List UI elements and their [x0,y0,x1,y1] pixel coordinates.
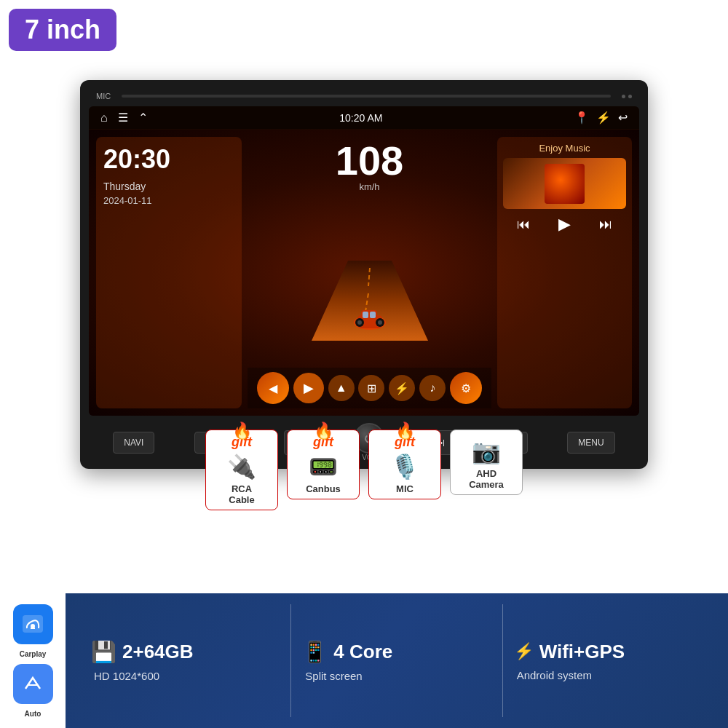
badge-text: 7 inch [25,15,100,44]
location-icon: 📍 [574,111,589,124]
spec-col-memory: 💾 2+64GB HD 1024*600 [80,604,290,717]
bluetooth-app-icon[interactable]: ⚡ [389,375,415,401]
music-art [503,158,626,209]
nav-arrow-icon[interactable]: ▲ [328,375,355,401]
speed-number: 108 [336,141,403,181]
rca-icon: 🔌 [227,453,256,480]
specs-section: Carplay Auto 💾 2+64GB HD 1024*600 📱 4 Co… [0,593,728,728]
clock-display: 20:30 [103,144,234,175]
svg-rect-7 [370,312,376,318]
chevron-up-icon[interactable]: ⌃ [138,111,148,124]
spec-wifi-top: ⚡ Wifi+GPS [514,641,703,663]
back-icon[interactable]: ↩ [618,111,628,124]
auto-label: Auto [25,710,41,718]
day-display: Thursday [103,181,234,192]
gift-camera: 📷 AHDCamera [450,430,523,495]
mic-label: MIC [96,92,111,100]
center-panel: 108 km/h [248,137,491,408]
spec-core-sub: Split screen [302,670,491,682]
rca-name: RCACable [229,483,254,505]
date-display: 2024-01-11 [103,195,234,206]
auto-icon [13,664,53,704]
music-controls: ⏮ ▶ ⏭ [503,215,626,234]
gifts-section: 🔥 gift 🔌 RCACable 🔥 gift 📟 Canbus 🔥 gift… [51,430,677,510]
device-top: MIC [89,89,639,106]
svg-rect-6 [363,312,368,318]
home-icon[interactable]: ⌂ [100,111,108,124]
gift-rca: 🔥 gift 🔌 RCACable [205,430,278,510]
status-right-icons: 📍 ⚡ ↩ [574,111,628,124]
mic-icon: 🎙️ [390,453,419,480]
music-icon[interactable]: ♪ [419,375,446,401]
menu-icon[interactable]: ☰ [118,111,128,124]
flame-icon: 🔥 [232,422,252,440]
play-icon[interactable]: ▶ [293,373,324,403]
flame-icon-2: 🔥 [314,422,333,440]
app-bar: ◀ ▶ ▲ ⊞ ⚡ ♪ ⚙ [248,368,491,408]
spec-col-wifi: ⚡ Wifi+GPS Android system [503,604,713,717]
dot [628,95,632,98]
bluetooth-spec-icon: ⚡ [514,642,534,661]
spec-core-top: 📱 4 Core [302,640,491,664]
spec-wifi-sub: Android system [514,669,703,681]
camera-icon: 📷 [472,438,501,465]
specs-grid: 💾 2+64GB HD 1024*600 📱 4 Core Split scre… [66,593,728,728]
screen[interactable]: ⌂ ☰ ⌃ 10:20 AM 📍 ⚡ ↩ 20:30 Thursday 2024… [89,106,639,416]
nav-icon[interactable]: ◀ [257,372,289,404]
speed-display: 108 km/h [336,141,403,192]
gift-mic: 🔥 gift 🎙️ MIC [368,430,441,499]
left-panel: 20:30 Thursday 2024-01-11 [96,137,242,408]
svg-point-9 [357,320,362,325]
svg-point-11 [378,320,382,325]
carplay-label: Carplay [20,650,47,658]
spec-memory-value: 2+64GB [122,641,194,663]
music-art-inner [545,164,585,204]
carplay-svg [21,614,44,634]
settings-icon[interactable]: ⚙ [450,372,482,404]
play-pause-icon[interactable]: ▶ [558,215,571,234]
gift-canbus: 🔥 gift 📟 Canbus [287,430,360,499]
status-time: 10:20 AM [339,112,382,124]
road-car-svg [312,261,428,341]
screen-content: 20:30 Thursday 2024-01-11 108 km/h [89,130,639,416]
music-title: Enjoy Music [503,143,626,154]
spec-col-core: 📱 4 Core Split screen [291,604,502,717]
bluetooth-icon: ⚡ [596,111,611,124]
size-badge: 7 inch [9,9,116,51]
mic-name: MIC [396,483,414,494]
device-shell: MIC ⌂ ☰ ⌃ 10:20 AM 📍 ⚡ ↩ [80,80,648,469]
camera-name: AHDCamera [469,468,504,490]
spec-memory-top: 💾 2+64GB [91,640,280,664]
carplay-col: Carplay Auto [0,593,66,728]
spec-core-value: 4 Core [333,641,392,663]
memory-icon: 💾 [91,640,116,664]
carplay-icon [13,604,53,644]
apps-icon[interactable]: ⊞ [358,375,384,401]
right-panel: Enjoy Music ⏮ ▶ ⏭ [497,137,632,408]
spec-memory-sub: HD 1024*600 [91,670,280,682]
cd-slot [122,95,611,98]
canbus-name: Canbus [306,483,341,494]
canbus-icon: 📟 [309,453,338,480]
core-icon: 📱 [302,640,328,664]
status-left-icons: ⌂ ☰ ⌃ [100,111,148,124]
auto-svg [22,674,44,693]
device-dots [622,95,632,98]
flame-icon-3: 🔥 [395,422,415,440]
status-bar: ⌂ ☰ ⌃ 10:20 AM 📍 ⚡ ↩ [89,106,639,129]
car-unit: MIC ⌂ ☰ ⌃ 10:20 AM 📍 ⚡ ↩ [80,80,648,469]
prev-track-icon[interactable]: ⏮ [517,217,530,232]
next-track-icon[interactable]: ⏭ [599,217,612,232]
dot [622,95,625,98]
spec-wifi-value: Wifi+GPS [539,641,625,663]
